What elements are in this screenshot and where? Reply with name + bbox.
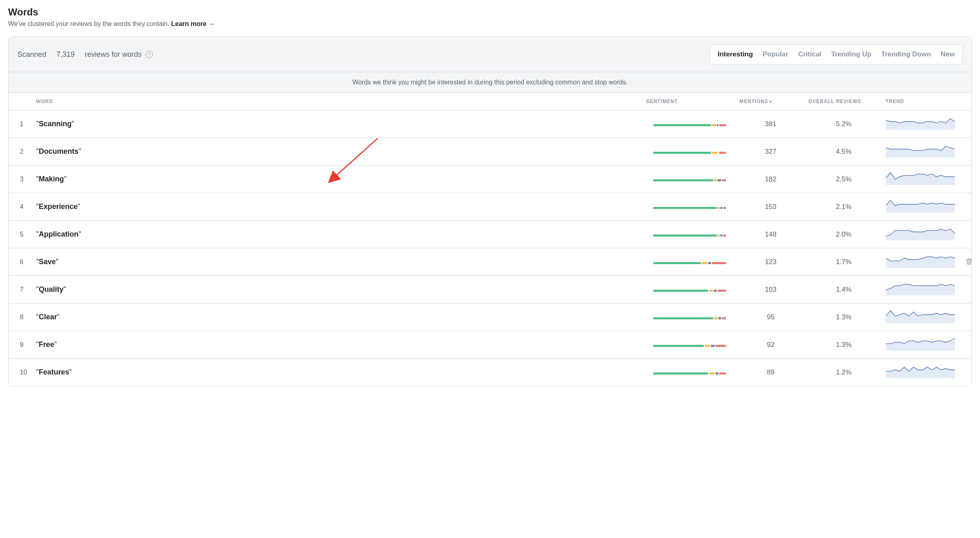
row-trend (882, 276, 971, 303)
row-sentiment (643, 166, 736, 193)
col-mentions[interactable]: MENTIONS▾ (736, 93, 805, 110)
row-sentiment (643, 331, 736, 359)
row-mentions: 182 (736, 166, 805, 193)
row-word[interactable]: "Making" (33, 166, 643, 193)
table-row[interactable]: 4"Experience"1532.1% (9, 193, 971, 221)
row-trend (882, 221, 971, 248)
trend-sparkline (886, 226, 955, 240)
row-sentiment (643, 110, 736, 138)
trend-sparkline (886, 282, 955, 295)
chevron-down-icon: ▾ (769, 99, 772, 104)
sentiment-bar (653, 317, 726, 319)
table-row[interactable]: 9"Free"921.3% (9, 331, 971, 359)
sentiment-bar (653, 152, 726, 154)
row-sentiment (643, 359, 736, 386)
row-overall: 1.3% (805, 303, 882, 331)
table-row[interactable]: 6"Save"1231.7% (9, 248, 971, 276)
learn-more-link[interactable]: Learn more → (171, 20, 215, 27)
table-row[interactable]: 5"Application"1482.0% (9, 221, 971, 248)
filter-critical[interactable]: Critical (793, 47, 826, 62)
table-row[interactable]: 3"Making"1822.5% (9, 166, 971, 193)
filter-interesting[interactable]: Interesting (713, 47, 758, 62)
col-word[interactable]: WORD (33, 93, 643, 110)
filter-tabs: InterestingPopularCriticalTrending UpTre… (710, 44, 963, 65)
trend-sparkline (886, 364, 955, 378)
row-mentions: 381 (736, 110, 805, 138)
row-index: 9 (9, 331, 33, 359)
row-word[interactable]: "Scanning" (33, 110, 643, 138)
row-mentions: 327 (736, 138, 805, 166)
row-overall: 5.2% (805, 110, 882, 138)
row-mentions: 95 (736, 303, 805, 331)
row-mentions: 153 (736, 193, 805, 221)
row-sentiment (643, 138, 736, 166)
table-row[interactable]: 10"Features"891.2% (9, 359, 971, 386)
row-index: 4 (9, 193, 33, 221)
table-row[interactable]: 8"Clear"951.3% (9, 303, 971, 331)
row-overall: 2.0% (805, 221, 882, 248)
words-table: WORD SENTIMENT MENTIONS▾ OVERALL REVIEWS… (9, 93, 971, 386)
sentiment-bar (653, 207, 726, 209)
row-overall: 2.5% (805, 166, 882, 193)
row-index: 2 (9, 138, 33, 166)
trash-icon[interactable] (965, 258, 973, 265)
sentiment-bar (653, 179, 726, 181)
trend-sparkline (886, 144, 955, 157)
panel-description: Words we think you might be interested i… (9, 72, 971, 93)
row-overall: 1.7% (805, 248, 882, 276)
scanned-summary: Scanned 7,319 reviews for words ? (17, 50, 153, 59)
row-index: 3 (9, 166, 33, 193)
row-word[interactable]: "Quality" (33, 276, 643, 303)
page-title: Words (8, 6, 972, 18)
row-index: 1 (9, 110, 33, 138)
trend-sparkline (886, 171, 955, 185)
trend-sparkline (886, 337, 955, 351)
row-trend (882, 248, 971, 276)
row-word[interactable]: "Documents" (33, 138, 643, 166)
row-word[interactable]: "Application" (33, 221, 643, 248)
sentiment-bar (653, 345, 726, 347)
row-index: 6 (9, 248, 33, 276)
row-overall: 1.2% (805, 359, 882, 386)
help-icon[interactable]: ? (146, 51, 153, 58)
table-row[interactable]: 2"Documents"3274.5% (9, 138, 971, 166)
row-trend (882, 359, 971, 386)
row-trend (882, 331, 971, 359)
trend-sparkline (886, 199, 955, 213)
row-sentiment (643, 276, 736, 303)
sentiment-bar (653, 124, 726, 126)
row-word[interactable]: "Save" (33, 248, 643, 276)
row-sentiment (643, 303, 736, 331)
row-mentions: 123 (736, 248, 805, 276)
row-mentions: 89 (736, 359, 805, 386)
row-sentiment (643, 193, 736, 221)
col-trend[interactable]: TREND (882, 93, 971, 110)
scanned-count: 7,319 (56, 50, 75, 59)
sentiment-bar (653, 235, 726, 237)
row-word[interactable]: "Experience" (33, 193, 643, 221)
row-word[interactable]: "Free" (33, 331, 643, 359)
filter-popular[interactable]: Popular (758, 47, 793, 62)
row-word[interactable]: "Clear" (33, 303, 643, 331)
arrow-right-icon: → (208, 20, 215, 27)
trend-sparkline (886, 116, 955, 130)
sentiment-bar (653, 262, 726, 264)
trend-sparkline (886, 309, 955, 323)
row-trend (882, 166, 971, 193)
row-index: 10 (9, 359, 33, 386)
filter-trending_dn[interactable]: Trending Down (876, 47, 936, 62)
filter-new[interactable]: New (936, 47, 960, 62)
row-trend (882, 110, 971, 138)
table-row[interactable]: 7"Quality"1031.4% (9, 276, 971, 303)
row-word[interactable]: "Features" (33, 359, 643, 386)
row-overall: 1.3% (805, 331, 882, 359)
row-overall: 2.1% (805, 193, 882, 221)
sentiment-bar (653, 372, 726, 374)
col-sentiment[interactable]: SENTIMENT (643, 93, 736, 110)
filter-trending_up[interactable]: Trending Up (826, 47, 876, 62)
trend-sparkline (886, 254, 955, 268)
table-row[interactable]: 1"Scanning"3815.2% (9, 110, 971, 138)
subtitle-text: We've clustered your reviews by the word… (8, 20, 170, 27)
row-index: 5 (9, 221, 33, 248)
col-overall[interactable]: OVERALL REVIEWS (805, 93, 882, 110)
